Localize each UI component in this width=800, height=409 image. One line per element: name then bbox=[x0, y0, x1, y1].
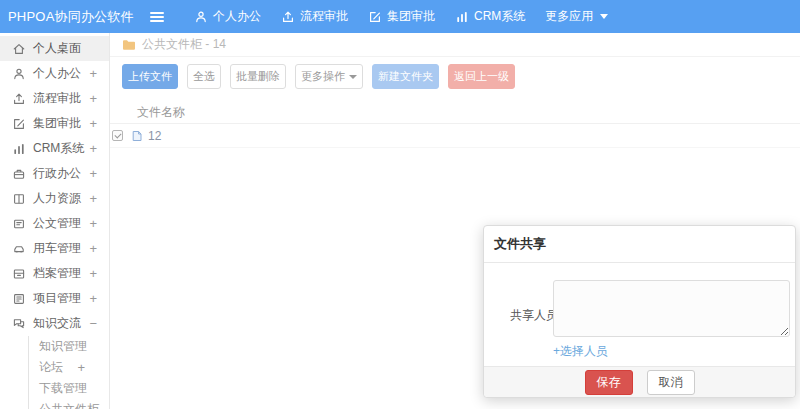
batch-delete-button[interactable]: 批量删除 bbox=[230, 64, 286, 89]
upload-approve-icon bbox=[281, 10, 295, 24]
sidebar-item-label: 个人办公 bbox=[33, 65, 89, 82]
expand-toggle[interactable]: + bbox=[89, 241, 97, 256]
breadcrumb-text: 公共文件柜 - 14 bbox=[142, 36, 226, 53]
sidebar-subitem-label: 论坛 bbox=[39, 359, 77, 376]
bar-chart-icon bbox=[455, 10, 469, 24]
app-logo: PHPOA协同办公软件 bbox=[0, 8, 110, 26]
expand-toggle[interactable]: + bbox=[89, 291, 97, 306]
sidebar-item-label: 项目管理 bbox=[33, 290, 89, 307]
user-icon bbox=[12, 67, 26, 81]
nav-item-group-approval[interactable]: 集团审批 bbox=[358, 0, 445, 33]
upload-approve-icon bbox=[12, 92, 26, 106]
expand-toggle[interactable]: + bbox=[89, 166, 97, 181]
upload-file-button[interactable]: 上传文件 bbox=[122, 64, 178, 89]
nav-item-workflow-approval[interactable]: 流程审批 bbox=[271, 0, 358, 33]
sidebar-item-vehicle[interactable]: 用车管理 + bbox=[0, 236, 109, 261]
sidebar-item-personal-office[interactable]: 个人办公 + bbox=[0, 61, 109, 86]
sidebar-item-administration[interactable]: 行政办公 + bbox=[0, 161, 109, 186]
collapse-toggle[interactable]: − bbox=[89, 316, 97, 331]
expand-toggle[interactable]: + bbox=[89, 216, 97, 231]
new-folder-button[interactable]: 新建文件夹 bbox=[372, 64, 439, 89]
caret-down-icon bbox=[600, 14, 608, 19]
dialog-title: 文件共享 bbox=[494, 235, 546, 253]
sidebar-item-label: 知识交流 bbox=[33, 315, 89, 332]
sidebar-item-official-docs[interactable]: 公文管理 + bbox=[0, 211, 109, 236]
file-table-header: 文件名称 bbox=[110, 102, 800, 124]
top-navbar: PHPOA协同办公软件 个人办公 流程审批 集团审批 bbox=[0, 0, 800, 33]
file-row[interactable]: 12 bbox=[110, 124, 800, 148]
edit-icon bbox=[12, 117, 26, 131]
home-icon bbox=[12, 42, 26, 56]
sidebar-item-label: 行政办公 bbox=[33, 165, 89, 182]
clipboard-icon bbox=[12, 292, 26, 306]
sidebar-subitem-label: 知识管理 bbox=[39, 338, 87, 355]
dialog-footer: 保存 取消 bbox=[484, 366, 795, 397]
more-actions-label: 更多操作 bbox=[301, 69, 345, 84]
document-icon bbox=[12, 217, 26, 231]
top-nav-menu: 个人办公 流程审批 集团审批 CRM系统 更多应用 bbox=[184, 0, 618, 33]
application-window: PHPOA协同办公软件 个人办公 流程审批 集团审批 bbox=[0, 0, 800, 409]
sidebar-item-projects[interactable]: 项目管理 + bbox=[0, 286, 109, 311]
expand-toggle[interactable]: + bbox=[89, 266, 97, 281]
edit-icon bbox=[368, 10, 382, 24]
sidebar-item-crm[interactable]: CRM系统 + bbox=[0, 136, 109, 161]
expand-toggle[interactable]: + bbox=[89, 66, 97, 81]
more-actions-button[interactable]: 更多操作 bbox=[295, 64, 363, 89]
file-name-header: 文件名称 bbox=[137, 104, 185, 121]
sidebar-item-label: 流程审批 bbox=[33, 90, 89, 107]
folder-icon bbox=[122, 38, 136, 52]
share-members-textarea[interactable] bbox=[553, 280, 790, 337]
sidebar-subitem-label: 公共文件柜 bbox=[39, 401, 99, 409]
bar-chart-icon bbox=[12, 142, 26, 156]
briefcase-icon bbox=[12, 167, 26, 181]
sidebar-item-label: 公文管理 bbox=[33, 215, 89, 232]
sidebar-item-group-approval[interactable]: 集团审批 + bbox=[0, 111, 109, 136]
sidebar-item-label: 档案管理 bbox=[33, 265, 89, 282]
nav-label: CRM系统 bbox=[474, 8, 525, 25]
sidebar-subitem-label: 下载管理 bbox=[39, 380, 87, 397]
save-button[interactable]: 保存 bbox=[585, 370, 633, 395]
sidebar-subitem-knowledge-mgmt[interactable]: 知识管理 bbox=[29, 336, 109, 357]
knowledge-submenu: 知识管理 论坛 + 下载管理 公共文件柜 bbox=[28, 336, 109, 409]
sidebar-item-label: 用车管理 bbox=[33, 240, 89, 257]
back-button[interactable]: 返回上一级 bbox=[448, 64, 515, 89]
nav-label: 更多应用 bbox=[545, 8, 593, 25]
expand-toggle[interactable]: + bbox=[89, 91, 97, 106]
sidebar-item-label: 个人桌面 bbox=[33, 40, 97, 57]
expand-toggle[interactable]: + bbox=[77, 360, 85, 375]
select-all-button[interactable]: 全选 bbox=[187, 64, 221, 89]
cancel-button[interactable]: 取消 bbox=[647, 370, 695, 395]
chat-bubbles-icon bbox=[12, 317, 26, 331]
user-icon bbox=[194, 10, 208, 24]
archive-icon bbox=[12, 267, 26, 281]
sidebar-item-desktop[interactable]: 个人桌面 bbox=[0, 36, 109, 61]
sidebar-item-knowledge[interactable]: 知识交流 − bbox=[0, 311, 109, 336]
expand-toggle[interactable]: + bbox=[89, 141, 97, 156]
nav-label: 集团审批 bbox=[387, 8, 435, 25]
breadcrumb: 公共文件柜 - 14 bbox=[110, 33, 800, 57]
sidebar-subitem-download-mgmt[interactable]: 下载管理 bbox=[29, 378, 109, 399]
dialog-body: 共享人员 +选择人员 bbox=[484, 263, 795, 366]
caret-down-icon bbox=[349, 75, 357, 79]
sidebar-item-archives[interactable]: 档案管理 + bbox=[0, 261, 109, 286]
dialog-header: 文件共享 bbox=[484, 226, 795, 263]
sidebar-subitem-forum[interactable]: 论坛 + bbox=[29, 357, 109, 378]
sidebar-subitem-public-file-cabinet[interactable]: 公共文件柜 bbox=[29, 399, 109, 409]
file-share-dialog: 文件共享 共享人员 +选择人员 保存 取消 bbox=[483, 225, 796, 398]
toolbar: 上传文件 全选 批量删除 更多操作 新建文件夹 返回上一级 bbox=[110, 57, 800, 97]
hamburger-menu-icon[interactable] bbox=[150, 12, 164, 22]
row-checkbox[interactable] bbox=[112, 130, 123, 141]
share-members-label: 共享人员 bbox=[510, 307, 558, 324]
file-icon bbox=[130, 128, 144, 143]
expand-toggle[interactable]: + bbox=[89, 116, 97, 131]
file-name[interactable]: 12 bbox=[148, 129, 161, 143]
sidebar-item-label: CRM系统 bbox=[33, 140, 89, 157]
sidebar: 个人桌面 个人办公 + 流程审批 + 集团审批 + CRM系统 + bbox=[0, 33, 110, 409]
select-members-link[interactable]: +选择人员 bbox=[553, 343, 608, 360]
nav-item-crm[interactable]: CRM系统 bbox=[445, 0, 535, 33]
nav-item-personal-office[interactable]: 个人办公 bbox=[184, 0, 271, 33]
sidebar-item-hr[interactable]: 人力资源 + bbox=[0, 186, 109, 211]
nav-item-more-apps[interactable]: 更多应用 bbox=[535, 0, 618, 33]
sidebar-item-workflow-approval[interactable]: 流程审批 + bbox=[0, 86, 109, 111]
expand-toggle[interactable]: + bbox=[89, 191, 97, 206]
